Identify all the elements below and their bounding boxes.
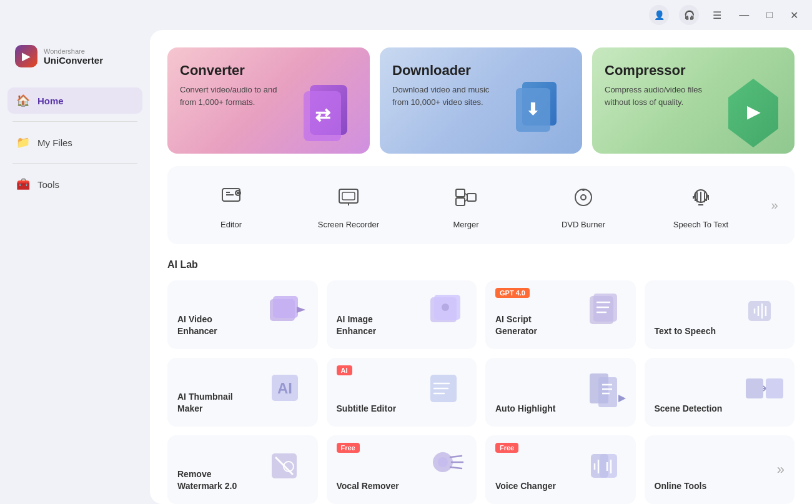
tool-speech-to-text[interactable]: Speech To Text xyxy=(642,176,760,234)
sidebar-item-myfiles[interactable]: 📁 My Files xyxy=(7,129,142,156)
downloader-icon: ⬇ xyxy=(510,72,572,154)
sidebar-item-home[interactable]: 🏠 Home xyxy=(7,87,142,114)
svg-point-40 xyxy=(442,304,449,311)
titlebar-controls: 👤 🎧 ☰ — □ ✕ xyxy=(649,5,802,25)
tool-dvd-burner[interactable]: DVD Burner xyxy=(525,176,642,234)
text-to-speech-title: Text to Speech xyxy=(655,325,785,338)
menu-icon[interactable]: ☰ xyxy=(709,7,725,24)
text-to-speech-card[interactable]: Text to Speech xyxy=(645,280,795,349)
app-layout: ▶ Wondershare UniConverter 🏠 Home 📁 My F… xyxy=(0,30,812,504)
ai-image-enhancer-title: AI ImageEnhancer xyxy=(337,314,467,338)
vocal-remover-card[interactable]: Free Vocal Remover xyxy=(327,435,477,504)
headset-icon[interactable]: 🎧 xyxy=(679,5,699,25)
ai-badge: AI xyxy=(337,365,352,375)
editor-icon xyxy=(215,181,247,214)
free-badge-vocal: Free xyxy=(337,443,360,453)
speech-to-text-label: Speech To Text xyxy=(673,220,728,229)
feature-cards: Converter Convert video/audio to and fro… xyxy=(167,47,795,154)
auto-highlight-title: Auto Highlight xyxy=(495,403,626,415)
svg-line-73 xyxy=(450,456,462,457)
main-content: Converter Convert video/audio to and fro… xyxy=(150,30,812,504)
avatar-icon[interactable]: 👤 xyxy=(649,5,669,25)
app-logo-icon: ▶ xyxy=(15,45,37,67)
home-icon: 🏠 xyxy=(16,94,30,107)
ai-video-enhancer-card[interactable]: AI VideoEnhancer xyxy=(167,280,318,349)
sidebar-item-myfiles-label: My Files xyxy=(37,137,72,148)
compressor-desc: Compress audio/video files without loss … xyxy=(605,84,717,108)
svg-rect-46 xyxy=(748,301,771,321)
svg-rect-15 xyxy=(342,192,355,200)
ai-thumbnail-maker-title: AI ThumbnailMaker xyxy=(177,391,308,415)
downloader-card[interactable]: Downloader Download video and music from… xyxy=(380,47,582,154)
scene-detection-title: Scene Detection xyxy=(655,403,785,415)
tools-icon: 🧰 xyxy=(16,177,30,191)
svg-marker-62 xyxy=(618,395,626,402)
sidebar: ▶ Wondershare UniConverter 🏠 Home 📁 My F… xyxy=(0,30,150,504)
ai-video-enhancer-title: AI VideoEnhancer xyxy=(177,314,308,338)
gpt-badge: GPT 4.0 xyxy=(495,288,530,298)
compressor-card[interactable]: Compressor Compress audio/video files wi… xyxy=(592,47,795,154)
svg-point-23 xyxy=(575,189,592,205)
sidebar-divider-2 xyxy=(12,163,137,164)
auto-highlight-card[interactable]: Auto Highlight xyxy=(485,358,636,427)
converter-desc: Convert video/audio to and from 1,000+ f… xyxy=(180,84,292,108)
logo-text: Wondershare UniConverter xyxy=(44,47,103,66)
online-tools-title: Online Tools xyxy=(655,480,785,493)
tool-screen-recorder[interactable]: Screen Recorder xyxy=(290,176,407,234)
svg-rect-18 xyxy=(456,189,465,197)
compressor-icon: ▶ xyxy=(722,72,785,154)
sidebar-divider-1 xyxy=(12,121,137,122)
minimize-button[interactable]: — xyxy=(735,7,753,23)
ai-script-generator-card[interactable]: GPT 4.0 AI ScriptGenerator xyxy=(485,280,636,349)
speech-to-text-icon xyxy=(685,181,717,214)
editor-label: Editor xyxy=(220,220,242,229)
scene-detection-card[interactable]: Scene Detection xyxy=(645,358,795,427)
svg-marker-37 xyxy=(297,307,305,313)
ai-lab-grid: AI VideoEnhancer AI ImageEnhancer GPT 4.… xyxy=(167,280,795,504)
titlebar: 👤 🎧 ☰ — □ ✕ xyxy=(0,0,812,30)
tool-editor[interactable]: Editor xyxy=(172,176,290,234)
logo-brand: Wondershare xyxy=(44,47,103,55)
ai-lab-label: AI Lab xyxy=(167,259,795,270)
svg-rect-77 xyxy=(600,454,617,478)
online-tools-card[interactable]: Online Tools » xyxy=(645,435,795,504)
remove-watermark-card[interactable]: RemoveWatermark 2.0 xyxy=(167,435,318,504)
vocal-remover-title: Vocal Remover xyxy=(337,480,467,493)
myfiles-icon: 📁 xyxy=(16,136,30,149)
svg-rect-64 xyxy=(766,378,783,398)
svg-point-72 xyxy=(438,457,448,467)
maximize-button[interactable]: □ xyxy=(763,7,776,23)
svg-text:⬇: ⬇ xyxy=(526,100,540,119)
ai-script-generator-title: AI ScriptGenerator xyxy=(495,314,626,338)
svg-point-25 xyxy=(582,189,585,191)
tool-merger[interactable]: Merger xyxy=(407,176,525,234)
converter-icon: ⇄ xyxy=(297,72,360,154)
svg-rect-63 xyxy=(746,378,763,398)
dvd-burner-label: DVD Burner xyxy=(562,220,605,229)
merger-icon xyxy=(450,181,482,214)
converter-card[interactable]: Converter Convert video/audio to and fro… xyxy=(167,47,370,154)
screen-recorder-label: Screen Recorder xyxy=(318,220,379,229)
svg-rect-19 xyxy=(456,198,465,205)
ai-thumbnail-maker-card[interactable]: AI AI ThumbnailMaker xyxy=(167,358,318,427)
voice-changer-card[interactable]: Free Voice Changer xyxy=(485,435,636,504)
sidebar-item-home-label: Home xyxy=(37,96,64,106)
svg-rect-20 xyxy=(467,194,476,201)
logo-area: ▶ Wondershare UniConverter xyxy=(7,40,142,72)
tools-more-button[interactable]: » xyxy=(760,198,790,212)
logo-name: UniConverter xyxy=(44,55,103,66)
close-button[interactable]: ✕ xyxy=(786,7,802,24)
free-badge-voice: Free xyxy=(495,443,518,453)
merger-label: Merger xyxy=(453,220,478,229)
subtitle-editor-card[interactable]: AI Subtitle Editor xyxy=(327,358,477,427)
svg-text:⇄: ⇄ xyxy=(315,104,330,125)
voice-changer-title: Voice Changer xyxy=(495,480,626,493)
tools-row: Editor Screen Recorder xyxy=(167,166,795,244)
ai-image-enhancer-card[interactable]: AI ImageEnhancer xyxy=(327,280,477,349)
svg-point-24 xyxy=(581,195,586,200)
remove-watermark-title: RemoveWatermark 2.0 xyxy=(177,468,308,493)
tools-more-icon: » xyxy=(771,198,778,212)
downloader-desc: Download video and music from 10,000+ vi… xyxy=(392,84,505,108)
sidebar-item-tools[interactable]: 🧰 Tools xyxy=(7,171,142,197)
subtitle-editor-title: Subtitle Editor xyxy=(337,403,467,415)
